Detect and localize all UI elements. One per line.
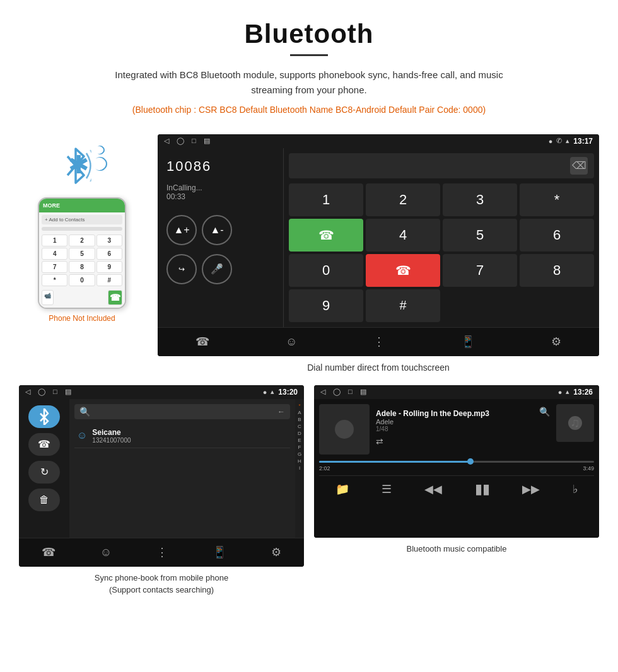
dial-screen-caption: Dial number direct from touchscreen: [158, 362, 599, 373]
android-status-bar-music: ◁ ◯ □ ▤ ● ▴ 13:26: [314, 385, 599, 399]
key-2[interactable]: 2: [366, 183, 440, 216]
music-next-icon[interactable]: ▶▶: [522, 482, 540, 496]
alpha-i[interactable]: I: [299, 465, 300, 471]
phone-key-9[interactable]: 9: [96, 261, 122, 273]
mute-btn[interactable]: 🎤: [202, 254, 232, 284]
pb-contact-info: Seicane 13241007000: [92, 428, 131, 444]
pb-notif-icon: ▤: [65, 388, 71, 396]
pb-back-arrow-icon[interactable]: ←: [277, 407, 285, 416]
nav-dialpad-icon[interactable]: ⋮: [373, 335, 385, 349]
phone-key-0[interactable]: 0: [69, 274, 95, 286]
phone-key-3[interactable]: 3: [96, 235, 122, 246]
alpha-d[interactable]: D: [298, 431, 301, 436]
music-progress-track[interactable]: [319, 461, 594, 463]
music-time-total: 3:49: [583, 465, 594, 472]
phone-video-btn[interactable]: 📹: [42, 290, 54, 305]
phone-key-8[interactable]: 8: [69, 261, 95, 273]
nav-settings-icon[interactable]: ⚙: [551, 335, 561, 349]
key-9[interactable]: 9: [289, 289, 363, 322]
bt-wave-2: [90, 154, 110, 173]
status-right: ● ✆ ▴ 13:17: [549, 137, 593, 146]
music-list-icon[interactable]: ☰: [382, 482, 392, 496]
pb-nav-dialpad-icon[interactable]: ⋮: [156, 545, 168, 559]
key-8[interactable]: 8: [520, 254, 594, 287]
pb-nav-phone-icon[interactable]: ☎: [42, 545, 55, 559]
pb-nav-transfer-icon[interactable]: 📱: [213, 545, 226, 559]
music-eq-icon[interactable]: ♭: [573, 482, 578, 496]
pb-status-time: 13:20: [278, 388, 298, 397]
alpha-star[interactable]: *: [298, 403, 300, 408]
pb-sync-btn[interactable]: ↻: [28, 461, 60, 484]
volume-up-btn[interactable]: ▲+: [166, 215, 197, 245]
phone-key-2[interactable]: 2: [69, 235, 95, 246]
music-progress-times: 2:02 3:49: [319, 465, 594, 472]
phone-key-hash[interactable]: #: [96, 274, 122, 286]
music-info: Adele - Rolling In the Deep.mp3 Adele 1/…: [376, 404, 550, 455]
key-7[interactable]: 7: [443, 254, 517, 287]
key-star[interactable]: *: [520, 183, 594, 216]
pb-bluetooth-btn[interactable]: [28, 405, 60, 428]
key-0[interactable]: 0: [289, 254, 363, 287]
pb-contact-row[interactable]: ☺ Seicane 13241007000: [74, 424, 290, 448]
nav-transfer-icon[interactable]: 📱: [461, 335, 475, 349]
alpha-f[interactable]: F: [298, 444, 301, 450]
phone-not-included-label: Phone Not Included: [49, 314, 115, 323]
call-accept-btn[interactable]: ☎: [289, 219, 363, 252]
pb-status-right: ● ▴ 13:20: [263, 388, 298, 397]
dial-volume-controls: ▲+ ▲-: [166, 215, 274, 245]
numpad-backspace-btn[interactable]: ⌫: [570, 157, 588, 175]
bluetooth-svg-icon: [60, 144, 91, 188]
music-progress-fill: [319, 461, 470, 463]
phone-body: + Add to Contacts 1 2 3 4 5 6 7 8 9 * 0 …: [39, 212, 125, 308]
location-icon: ●: [549, 137, 553, 145]
pb-nav-settings-icon[interactable]: ⚙: [271, 545, 281, 559]
nav-contacts-icon[interactable]: ☺: [286, 335, 297, 349]
phone-key-7[interactable]: 7: [42, 261, 67, 273]
music-search-icon[interactable]: 🔍: [539, 407, 550, 417]
key-4[interactable]: 4: [366, 219, 440, 252]
phone-area: ✱ MORE + Add to Contacts 1 2: [19, 134, 145, 385]
music-track-title: Adele - Rolling In the Deep.mp3: [376, 409, 489, 418]
key-3[interactable]: 3: [443, 183, 517, 216]
transfer-btn[interactable]: ↪: [166, 254, 197, 284]
phone-key-4[interactable]: 4: [42, 248, 67, 260]
music-location-icon: ●: [558, 388, 563, 396]
bt-wave-1: [94, 144, 107, 156]
music-prev-icon[interactable]: ◀◀: [424, 482, 442, 496]
alpha-g[interactable]: G: [298, 451, 301, 457]
pb-call-btn[interactable]: ☎: [28, 433, 60, 456]
phone-key-1[interactable]: 1: [42, 235, 67, 246]
numpad-grid: 1 2 3 * ☎ 4 5 6 0 ☎ 7 8 9 #: [289, 183, 594, 322]
phone-key-star[interactable]: *: [42, 274, 67, 286]
music-shuffle-icon[interactable]: ⇄: [376, 436, 383, 446]
alpha-c[interactable]: C: [298, 424, 301, 429]
recents-icon: □: [192, 137, 196, 145]
pb-recents-icon: □: [53, 388, 57, 396]
bluetooth-icon-area: ✱: [57, 141, 107, 191]
volume-down-btn[interactable]: ▲-: [202, 215, 232, 245]
phone-call-btn[interactable]: ☎: [108, 290, 122, 305]
pb-delete-btn[interactable]: 🗑: [28, 489, 60, 511]
alpha-a[interactable]: A: [298, 410, 301, 415]
key-hash[interactable]: #: [366, 289, 440, 322]
phone-key-6[interactable]: 6: [96, 248, 122, 260]
pb-nav-contacts-icon[interactable]: ☺: [100, 546, 112, 559]
key-6[interactable]: 6: [520, 219, 594, 252]
key-1[interactable]: 1: [289, 183, 363, 216]
alpha-e[interactable]: E: [298, 437, 301, 443]
alpha-b[interactable]: B: [298, 417, 301, 422]
android-status-bar-dial: ◁ ◯ □ ▤ ● ✆ ▴ 13:17: [158, 134, 599, 148]
music-progress-area: 2:02 3:49: [319, 461, 594, 472]
call-end-btn[interactable]: ☎: [366, 254, 440, 287]
key-5[interactable]: 5: [443, 219, 517, 252]
phone-key-5[interactable]: 5: [69, 248, 95, 260]
nav-phone-icon[interactable]: ☎: [195, 335, 209, 349]
add-contacts-label: + Add to Contacts: [45, 217, 85, 223]
music-folder-icon[interactable]: 📁: [335, 482, 349, 496]
main-content: ✱ MORE + Add to Contacts 1 2: [0, 128, 618, 385]
bottom-screenshots: ◁ ◯ □ ▤ ● ▴ 13:20: [0, 385, 618, 609]
music-play-pause-icon[interactable]: ▮▮: [475, 481, 490, 497]
alpha-h[interactable]: H: [298, 458, 301, 464]
numpad-input-row: ⌫: [289, 153, 594, 178]
music-back-icon: ◁: [320, 388, 325, 396]
